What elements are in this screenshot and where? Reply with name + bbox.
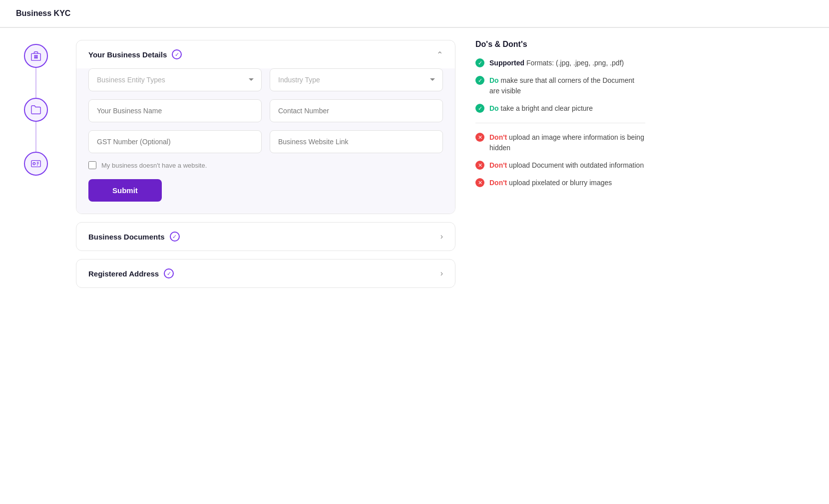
stepper (16, 40, 56, 296)
form-row-2 (88, 99, 443, 122)
business-docs-left: Business Documents ✓ (88, 232, 180, 242)
rule-divider (475, 123, 645, 123)
building-icon (30, 50, 41, 61)
page-title: Business KYC (16, 9, 70, 17)
page-header: Business KYC (0, 0, 829, 27)
business-documents-section: Business Documents ✓ › (76, 222, 455, 251)
cross-icon-2: ✕ (475, 161, 484, 170)
industry-type-select[interactable]: Industry Type Technology Finance Healthc… (270, 68, 443, 91)
business-details-title: Your Business Details (88, 50, 167, 59)
no-website-checkbox[interactable] (88, 161, 96, 169)
folder-icon (30, 104, 41, 115)
dos-donts-title: Do's & Dont's (475, 40, 645, 49)
section-header-left: Your Business Details ✓ (88, 49, 182, 59)
check-icon-1: ✓ (475, 58, 484, 67)
business-documents-check: ✓ (170, 232, 180, 242)
form-row-3 (88, 130, 443, 153)
contact-number-group (270, 99, 443, 122)
submit-button[interactable]: Submit (88, 179, 162, 202)
step-3-icon (24, 152, 48, 176)
svg-rect-5 (36, 57, 37, 58)
business-details-header[interactable]: Your Business Details ✓ ⌃ (76, 40, 455, 68)
step-connector-1 (35, 68, 36, 98)
business-documents-header[interactable]: Business Documents ✓ › (76, 223, 455, 251)
rule-item-3: ✓ Do take a bright and clear picture (475, 103, 645, 114)
business-details-section: Your Business Details ✓ ⌃ Business Entit… (76, 40, 455, 214)
rule-item-6: ✕ Don't upload pixelated or blurry image… (475, 178, 645, 188)
rule-text-6: Don't upload pixelated or blurry images (489, 178, 612, 188)
registered-addr-left: Registered Address ✓ (88, 268, 174, 278)
step-2[interactable] (24, 98, 48, 122)
cross-icon-3: ✕ (475, 178, 484, 187)
step-1-icon (24, 44, 48, 68)
rule-text-4: Don't upload an image where information … (489, 132, 645, 153)
svg-rect-4 (34, 57, 35, 58)
step-connector-2 (35, 122, 36, 152)
id-card-icon (30, 158, 41, 169)
business-documents-title: Business Documents (88, 233, 165, 241)
svg-rect-2 (34, 55, 35, 56)
form-row-1: Business Entity Types Sole Proprietorshi… (88, 68, 443, 91)
check-icon-3: ✓ (475, 104, 484, 113)
svg-rect-3 (36, 55, 37, 56)
registered-address-section: Registered Address ✓ › (76, 259, 455, 288)
registered-address-title: Registered Address (88, 269, 159, 278)
gst-number-input[interactable] (88, 130, 262, 153)
svg-point-7 (33, 163, 35, 165)
business-details-body: Business Entity Types Sole Proprietorshi… (76, 68, 455, 214)
business-details-check: ✓ (172, 49, 182, 59)
rule-text-3: Do take a bright and clear picture (489, 103, 593, 114)
form-area: Your Business Details ✓ ⌃ Business Entit… (76, 40, 455, 296)
step-2-icon (24, 98, 48, 122)
no-website-label: My business doesn't have a website. (101, 162, 207, 169)
gst-number-group (88, 130, 262, 153)
rule-text-5: Don't upload Document with outdated info… (489, 160, 644, 171)
business-website-input[interactable] (270, 130, 443, 153)
business-name-input[interactable] (88, 99, 262, 122)
check-icon-2: ✓ (475, 76, 484, 85)
cross-icon-1: ✕ (475, 133, 484, 142)
dos-donts-panel: Do's & Dont's ✓ Supported Formats: (.jpg… (475, 40, 645, 296)
rule-item-1: ✓ Supported Formats: (.jpg, .jpeg, .png,… (475, 58, 645, 68)
chevron-up-icon: ⌃ (436, 50, 443, 59)
chevron-right-icon-addr: › (440, 269, 443, 278)
rule-text-1: Supported Formats: (.jpg, .jpeg, .png, .… (489, 58, 624, 68)
registered-address-check: ✓ (164, 268, 174, 278)
business-entity-group: Business Entity Types Sole Proprietorshi… (88, 68, 262, 91)
business-website-group (270, 130, 443, 153)
rule-item-4: ✕ Don't upload an image where informatio… (475, 132, 645, 153)
rule-text-2: Do make sure that all corners of the Doc… (489, 75, 645, 96)
industry-type-group: Industry Type Technology Finance Healthc… (270, 68, 443, 91)
step-3[interactable] (24, 152, 48, 176)
rule-item-5: ✕ Don't upload Document with outdated in… (475, 160, 645, 171)
contact-number-input[interactable] (270, 99, 443, 122)
rule-item-2: ✓ Do make sure that all corners of the D… (475, 75, 645, 96)
business-entity-select[interactable]: Business Entity Types Sole Proprietorshi… (88, 68, 262, 91)
business-name-group (88, 99, 262, 122)
step-1[interactable] (24, 44, 48, 68)
registered-address-header[interactable]: Registered Address ✓ › (76, 259, 455, 287)
svg-rect-0 (31, 53, 40, 60)
no-website-row: My business doesn't have a website. (88, 161, 443, 169)
chevron-right-icon-docs: › (440, 232, 443, 241)
